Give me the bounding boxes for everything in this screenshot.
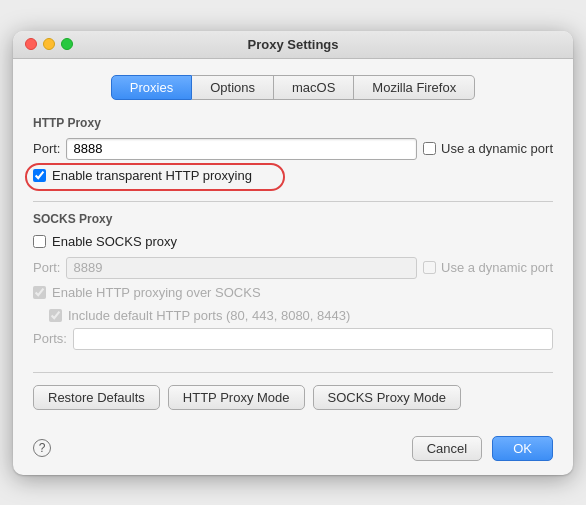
- socks-port-row: Port: Use a dynamic port: [33, 257, 553, 279]
- socks-ports-input[interactable]: [73, 328, 553, 350]
- close-button[interactable]: [25, 38, 37, 50]
- minimize-button[interactable]: [43, 38, 55, 50]
- ok-button[interactable]: OK: [492, 436, 553, 461]
- http-proxy-mode-button[interactable]: HTTP Proxy Mode: [168, 385, 305, 410]
- socks-proxy-label: SOCKS Proxy: [33, 212, 553, 226]
- socks-proxy-section: SOCKS Proxy Enable SOCKS proxy Port: Use…: [33, 201, 553, 354]
- http-over-socks-row: Enable HTTP proxying over SOCKS: [33, 285, 553, 300]
- socks-dynamic-port-row: Use a dynamic port: [423, 260, 553, 275]
- tab-macos[interactable]: macOS: [274, 75, 354, 100]
- socks-port-label: Port:: [33, 260, 60, 275]
- http-dynamic-port-label: Use a dynamic port: [441, 141, 553, 156]
- http-port-label: Port:: [33, 141, 60, 156]
- enable-transparent-checkbox[interactable]: [33, 169, 46, 182]
- socks-proxy-mode-button[interactable]: SOCKS Proxy Mode: [313, 385, 462, 410]
- tab-options[interactable]: Options: [192, 75, 274, 100]
- enable-transparent-label: Enable transparent HTTP proxying: [52, 168, 252, 183]
- proxy-settings-window: Proxy Settings Proxies Options macOS Moz…: [13, 31, 573, 475]
- titlebar: Proxy Settings: [13, 31, 573, 59]
- http-port-input[interactable]: [66, 138, 417, 160]
- footer-right-buttons: Cancel OK: [412, 436, 553, 461]
- help-icon: ?: [39, 441, 46, 455]
- maximize-button[interactable]: [61, 38, 73, 50]
- socks-port-input[interactable]: [66, 257, 417, 279]
- http-over-socks-checkbox[interactable]: [33, 286, 46, 299]
- http-dynamic-port-checkbox[interactable]: [423, 142, 436, 155]
- http-port-row: Port: Use a dynamic port: [33, 138, 553, 160]
- cancel-button[interactable]: Cancel: [412, 436, 482, 461]
- socks-dynamic-port-checkbox[interactable]: [423, 261, 436, 274]
- socks-ports-label: Ports:: [33, 331, 67, 346]
- traffic-lights: [25, 38, 73, 50]
- bottom-left-buttons: Restore Defaults HTTP Proxy Mode SOCKS P…: [33, 385, 461, 410]
- content-area: Proxies Options macOS Mozilla Firefox HT…: [13, 59, 573, 426]
- window-title: Proxy Settings: [247, 37, 338, 52]
- enable-socks-checkbox[interactable]: [33, 235, 46, 248]
- enable-transparent-row: Enable transparent HTTP proxying: [33, 168, 553, 183]
- restore-defaults-button[interactable]: Restore Defaults: [33, 385, 160, 410]
- bottom-buttons-row: Restore Defaults HTTP Proxy Mode SOCKS P…: [33, 372, 553, 410]
- default-ports-checkbox[interactable]: [49, 309, 62, 322]
- default-ports-row: Include default HTTP ports (80, 443, 808…: [49, 308, 553, 323]
- tab-proxies[interactable]: Proxies: [111, 75, 192, 100]
- tab-bar: Proxies Options macOS Mozilla Firefox: [33, 75, 553, 100]
- tab-mozilla-firefox[interactable]: Mozilla Firefox: [354, 75, 475, 100]
- socks-ports-row: Ports:: [33, 328, 553, 350]
- help-button[interactable]: ?: [33, 439, 51, 457]
- enable-socks-row: Enable SOCKS proxy: [33, 234, 553, 249]
- http-dynamic-port-row: Use a dynamic port: [423, 141, 553, 156]
- http-over-socks-label: Enable HTTP proxying over SOCKS: [52, 285, 261, 300]
- http-proxy-label: HTTP Proxy: [33, 116, 553, 130]
- socks-dynamic-port-label: Use a dynamic port: [441, 260, 553, 275]
- default-ports-label: Include default HTTP ports (80, 443, 808…: [68, 308, 350, 323]
- enable-socks-label: Enable SOCKS proxy: [52, 234, 177, 249]
- footer: ? Cancel OK: [13, 426, 573, 475]
- http-proxy-section: HTTP Proxy Port: Use a dynamic port Enab…: [33, 116, 553, 197]
